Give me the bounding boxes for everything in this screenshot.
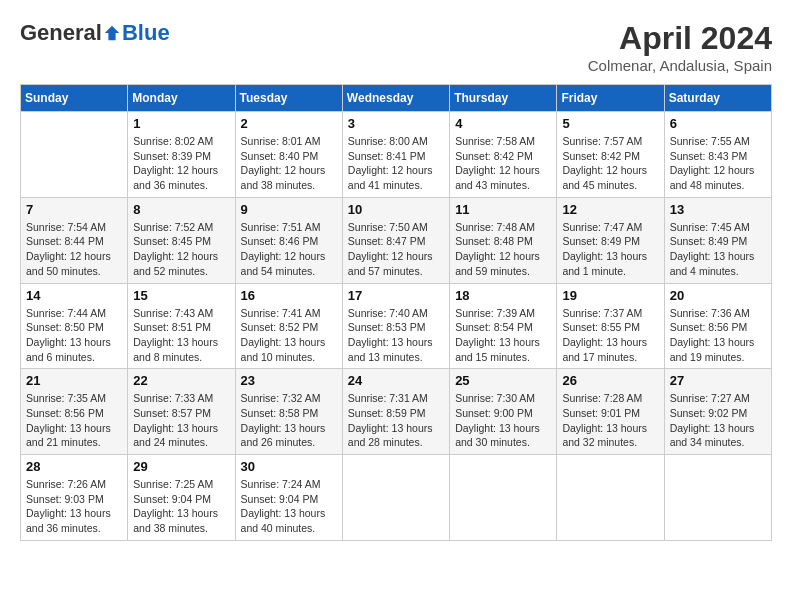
day-info: Sunrise: 7:55 AMSunset: 8:43 PMDaylight:… <box>670 134 766 193</box>
calendar-cell: 21Sunrise: 7:35 AMSunset: 8:56 PMDayligh… <box>21 369 128 455</box>
day-number: 21 <box>26 373 122 388</box>
calendar-cell: 11Sunrise: 7:48 AMSunset: 8:48 PMDayligh… <box>450 197 557 283</box>
calendar-cell: 4Sunrise: 7:58 AMSunset: 8:42 PMDaylight… <box>450 112 557 198</box>
day-info: Sunrise: 7:39 AMSunset: 8:54 PMDaylight:… <box>455 306 551 365</box>
calendar-cell: 1Sunrise: 8:02 AMSunset: 8:39 PMDaylight… <box>128 112 235 198</box>
day-number: 4 <box>455 116 551 131</box>
calendar-cell: 24Sunrise: 7:31 AMSunset: 8:59 PMDayligh… <box>342 369 449 455</box>
day-number: 26 <box>562 373 658 388</box>
day-info: Sunrise: 8:01 AMSunset: 8:40 PMDaylight:… <box>241 134 337 193</box>
day-number: 19 <box>562 288 658 303</box>
calendar-cell: 10Sunrise: 7:50 AMSunset: 8:47 PMDayligh… <box>342 197 449 283</box>
calendar-cell: 6Sunrise: 7:55 AMSunset: 8:43 PMDaylight… <box>664 112 771 198</box>
day-number: 9 <box>241 202 337 217</box>
day-number: 23 <box>241 373 337 388</box>
day-info: Sunrise: 7:44 AMSunset: 8:50 PMDaylight:… <box>26 306 122 365</box>
day-info: Sunrise: 7:51 AMSunset: 8:46 PMDaylight:… <box>241 220 337 279</box>
day-info: Sunrise: 7:35 AMSunset: 8:56 PMDaylight:… <box>26 391 122 450</box>
day-info: Sunrise: 7:50 AMSunset: 8:47 PMDaylight:… <box>348 220 444 279</box>
day-number: 20 <box>670 288 766 303</box>
calendar-cell: 30Sunrise: 7:24 AMSunset: 9:04 PMDayligh… <box>235 455 342 541</box>
day-number: 29 <box>133 459 229 474</box>
calendar-cell <box>342 455 449 541</box>
day-info: Sunrise: 7:27 AMSunset: 9:02 PMDaylight:… <box>670 391 766 450</box>
calendar-cell: 25Sunrise: 7:30 AMSunset: 9:00 PMDayligh… <box>450 369 557 455</box>
day-info: Sunrise: 7:45 AMSunset: 8:49 PMDaylight:… <box>670 220 766 279</box>
day-info: Sunrise: 7:37 AMSunset: 8:55 PMDaylight:… <box>562 306 658 365</box>
svg-marker-0 <box>105 26 119 40</box>
day-number: 16 <box>241 288 337 303</box>
calendar-cell: 14Sunrise: 7:44 AMSunset: 8:50 PMDayligh… <box>21 283 128 369</box>
day-info: Sunrise: 7:54 AMSunset: 8:44 PMDaylight:… <box>26 220 122 279</box>
day-info: Sunrise: 7:48 AMSunset: 8:48 PMDaylight:… <box>455 220 551 279</box>
calendar-cell: 28Sunrise: 7:26 AMSunset: 9:03 PMDayligh… <box>21 455 128 541</box>
day-number: 7 <box>26 202 122 217</box>
page-header: General Blue April 2024 Colmenar, Andalu… <box>20 20 772 74</box>
calendar-cell: 15Sunrise: 7:43 AMSunset: 8:51 PMDayligh… <box>128 283 235 369</box>
day-number: 13 <box>670 202 766 217</box>
day-info: Sunrise: 7:36 AMSunset: 8:56 PMDaylight:… <box>670 306 766 365</box>
day-number: 8 <box>133 202 229 217</box>
day-info: Sunrise: 7:24 AMSunset: 9:04 PMDaylight:… <box>241 477 337 536</box>
day-info: Sunrise: 7:31 AMSunset: 8:59 PMDaylight:… <box>348 391 444 450</box>
calendar-cell: 5Sunrise: 7:57 AMSunset: 8:42 PMDaylight… <box>557 112 664 198</box>
week-row-2: 7Sunrise: 7:54 AMSunset: 8:44 PMDaylight… <box>21 197 772 283</box>
week-row-4: 21Sunrise: 7:35 AMSunset: 8:56 PMDayligh… <box>21 369 772 455</box>
day-number: 17 <box>348 288 444 303</box>
day-info: Sunrise: 7:41 AMSunset: 8:52 PMDaylight:… <box>241 306 337 365</box>
day-info: Sunrise: 7:26 AMSunset: 9:03 PMDaylight:… <box>26 477 122 536</box>
calendar-cell: 29Sunrise: 7:25 AMSunset: 9:04 PMDayligh… <box>128 455 235 541</box>
calendar-cell: 13Sunrise: 7:45 AMSunset: 8:49 PMDayligh… <box>664 197 771 283</box>
day-number: 15 <box>133 288 229 303</box>
day-info: Sunrise: 8:00 AMSunset: 8:41 PMDaylight:… <box>348 134 444 193</box>
calendar-cell: 26Sunrise: 7:28 AMSunset: 9:01 PMDayligh… <box>557 369 664 455</box>
calendar-cell <box>21 112 128 198</box>
calendar-cell: 17Sunrise: 7:40 AMSunset: 8:53 PMDayligh… <box>342 283 449 369</box>
title-block: April 2024 Colmenar, Andalusia, Spain <box>588 20 772 74</box>
day-info: Sunrise: 7:58 AMSunset: 8:42 PMDaylight:… <box>455 134 551 193</box>
calendar-cell: 27Sunrise: 7:27 AMSunset: 9:02 PMDayligh… <box>664 369 771 455</box>
calendar-cell: 12Sunrise: 7:47 AMSunset: 8:49 PMDayligh… <box>557 197 664 283</box>
day-header-monday: Monday <box>128 85 235 112</box>
day-number: 30 <box>241 459 337 474</box>
calendar-cell: 7Sunrise: 7:54 AMSunset: 8:44 PMDaylight… <box>21 197 128 283</box>
day-header-sunday: Sunday <box>21 85 128 112</box>
day-header-thursday: Thursday <box>450 85 557 112</box>
day-number: 27 <box>670 373 766 388</box>
day-number: 22 <box>133 373 229 388</box>
logo-icon <box>103 24 121 42</box>
day-number: 11 <box>455 202 551 217</box>
day-number: 1 <box>133 116 229 131</box>
day-info: Sunrise: 7:40 AMSunset: 8:53 PMDaylight:… <box>348 306 444 365</box>
day-info: Sunrise: 7:25 AMSunset: 9:04 PMDaylight:… <box>133 477 229 536</box>
day-number: 5 <box>562 116 658 131</box>
location-subtitle: Colmenar, Andalusia, Spain <box>588 57 772 74</box>
calendar-cell <box>450 455 557 541</box>
day-info: Sunrise: 7:28 AMSunset: 9:01 PMDaylight:… <box>562 391 658 450</box>
calendar-cell: 22Sunrise: 7:33 AMSunset: 8:57 PMDayligh… <box>128 369 235 455</box>
day-info: Sunrise: 7:43 AMSunset: 8:51 PMDaylight:… <box>133 306 229 365</box>
calendar-cell: 19Sunrise: 7:37 AMSunset: 8:55 PMDayligh… <box>557 283 664 369</box>
logo: General Blue <box>20 20 170 46</box>
day-number: 3 <box>348 116 444 131</box>
calendar-cell: 18Sunrise: 7:39 AMSunset: 8:54 PMDayligh… <box>450 283 557 369</box>
calendar-cell: 23Sunrise: 7:32 AMSunset: 8:58 PMDayligh… <box>235 369 342 455</box>
calendar-cell: 9Sunrise: 7:51 AMSunset: 8:46 PMDaylight… <box>235 197 342 283</box>
week-row-5: 28Sunrise: 7:26 AMSunset: 9:03 PMDayligh… <box>21 455 772 541</box>
month-title: April 2024 <box>588 20 772 57</box>
day-info: Sunrise: 7:33 AMSunset: 8:57 PMDaylight:… <box>133 391 229 450</box>
week-row-3: 14Sunrise: 7:44 AMSunset: 8:50 PMDayligh… <box>21 283 772 369</box>
day-header-wednesday: Wednesday <box>342 85 449 112</box>
day-number: 28 <box>26 459 122 474</box>
day-number: 12 <box>562 202 658 217</box>
day-number: 2 <box>241 116 337 131</box>
day-info: Sunrise: 8:02 AMSunset: 8:39 PMDaylight:… <box>133 134 229 193</box>
day-header-saturday: Saturday <box>664 85 771 112</box>
day-info: Sunrise: 7:47 AMSunset: 8:49 PMDaylight:… <box>562 220 658 279</box>
week-row-1: 1Sunrise: 8:02 AMSunset: 8:39 PMDaylight… <box>21 112 772 198</box>
logo-blue-text: Blue <box>122 20 170 46</box>
day-header-friday: Friday <box>557 85 664 112</box>
calendar-cell: 3Sunrise: 8:00 AMSunset: 8:41 PMDaylight… <box>342 112 449 198</box>
calendar-cell: 2Sunrise: 8:01 AMSunset: 8:40 PMDaylight… <box>235 112 342 198</box>
day-number: 14 <box>26 288 122 303</box>
